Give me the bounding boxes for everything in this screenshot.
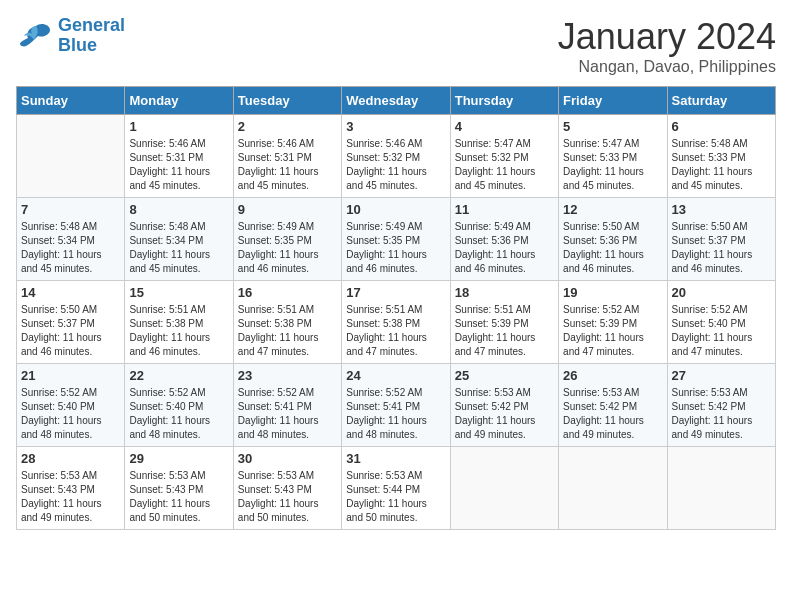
day-number: 25 <box>455 368 554 383</box>
day-info: Sunrise: 5:46 AM Sunset: 5:32 PM Dayligh… <box>346 137 445 193</box>
day-number: 15 <box>129 285 228 300</box>
calendar-cell: 25Sunrise: 5:53 AM Sunset: 5:42 PM Dayli… <box>450 364 558 447</box>
day-info: Sunrise: 5:46 AM Sunset: 5:31 PM Dayligh… <box>129 137 228 193</box>
day-info: Sunrise: 5:52 AM Sunset: 5:40 PM Dayligh… <box>21 386 120 442</box>
day-info: Sunrise: 5:50 AM Sunset: 5:36 PM Dayligh… <box>563 220 662 276</box>
day-info: Sunrise: 5:53 AM Sunset: 5:44 PM Dayligh… <box>346 469 445 525</box>
logo: General Blue <box>16 16 125 56</box>
day-info: Sunrise: 5:48 AM Sunset: 5:34 PM Dayligh… <box>21 220 120 276</box>
calendar-cell: 29Sunrise: 5:53 AM Sunset: 5:43 PM Dayli… <box>125 447 233 530</box>
day-info: Sunrise: 5:53 AM Sunset: 5:42 PM Dayligh… <box>672 386 771 442</box>
calendar-cell: 10Sunrise: 5:49 AM Sunset: 5:35 PM Dayli… <box>342 198 450 281</box>
day-number: 19 <box>563 285 662 300</box>
calendar-cell: 26Sunrise: 5:53 AM Sunset: 5:42 PM Dayli… <box>559 364 667 447</box>
calendar-cell: 16Sunrise: 5:51 AM Sunset: 5:38 PM Dayli… <box>233 281 341 364</box>
day-number: 10 <box>346 202 445 217</box>
day-info: Sunrise: 5:49 AM Sunset: 5:36 PM Dayligh… <box>455 220 554 276</box>
day-number: 1 <box>129 119 228 134</box>
header-monday: Monday <box>125 87 233 115</box>
day-number: 28 <box>21 451 120 466</box>
day-number: 31 <box>346 451 445 466</box>
day-info: Sunrise: 5:50 AM Sunset: 5:37 PM Dayligh… <box>672 220 771 276</box>
calendar-cell: 2Sunrise: 5:46 AM Sunset: 5:31 PM Daylig… <box>233 115 341 198</box>
day-number: 20 <box>672 285 771 300</box>
day-number: 11 <box>455 202 554 217</box>
calendar-cell: 30Sunrise: 5:53 AM Sunset: 5:43 PM Dayli… <box>233 447 341 530</box>
calendar-cell: 22Sunrise: 5:52 AM Sunset: 5:40 PM Dayli… <box>125 364 233 447</box>
calendar-cell <box>667 447 775 530</box>
day-number: 6 <box>672 119 771 134</box>
day-number: 22 <box>129 368 228 383</box>
page-header: General Blue January 2024 Nangan, Davao,… <box>16 16 776 76</box>
calendar-cell: 28Sunrise: 5:53 AM Sunset: 5:43 PM Dayli… <box>17 447 125 530</box>
calendar-header-row: SundayMondayTuesdayWednesdayThursdayFrid… <box>17 87 776 115</box>
day-info: Sunrise: 5:48 AM Sunset: 5:33 PM Dayligh… <box>672 137 771 193</box>
day-number: 24 <box>346 368 445 383</box>
header-tuesday: Tuesday <box>233 87 341 115</box>
day-number: 30 <box>238 451 337 466</box>
calendar-week-3: 14Sunrise: 5:50 AM Sunset: 5:37 PM Dayli… <box>17 281 776 364</box>
day-number: 4 <box>455 119 554 134</box>
day-info: Sunrise: 5:53 AM Sunset: 5:42 PM Dayligh… <box>455 386 554 442</box>
calendar-cell: 3Sunrise: 5:46 AM Sunset: 5:32 PM Daylig… <box>342 115 450 198</box>
day-info: Sunrise: 5:46 AM Sunset: 5:31 PM Dayligh… <box>238 137 337 193</box>
day-info: Sunrise: 5:48 AM Sunset: 5:34 PM Dayligh… <box>129 220 228 276</box>
header-saturday: Saturday <box>667 87 775 115</box>
calendar-cell: 1Sunrise: 5:46 AM Sunset: 5:31 PM Daylig… <box>125 115 233 198</box>
calendar-cell: 17Sunrise: 5:51 AM Sunset: 5:38 PM Dayli… <box>342 281 450 364</box>
day-number: 3 <box>346 119 445 134</box>
day-number: 2 <box>238 119 337 134</box>
day-info: Sunrise: 5:52 AM Sunset: 5:41 PM Dayligh… <box>346 386 445 442</box>
calendar-cell: 18Sunrise: 5:51 AM Sunset: 5:39 PM Dayli… <box>450 281 558 364</box>
day-number: 14 <box>21 285 120 300</box>
calendar-cell: 7Sunrise: 5:48 AM Sunset: 5:34 PM Daylig… <box>17 198 125 281</box>
day-info: Sunrise: 5:51 AM Sunset: 5:38 PM Dayligh… <box>238 303 337 359</box>
title-block: January 2024 Nangan, Davao, Philippines <box>558 16 776 76</box>
calendar-cell: 11Sunrise: 5:49 AM Sunset: 5:36 PM Dayli… <box>450 198 558 281</box>
day-info: Sunrise: 5:53 AM Sunset: 5:42 PM Dayligh… <box>563 386 662 442</box>
calendar-week-2: 7Sunrise: 5:48 AM Sunset: 5:34 PM Daylig… <box>17 198 776 281</box>
day-number: 13 <box>672 202 771 217</box>
calendar-cell <box>17 115 125 198</box>
day-info: Sunrise: 5:52 AM Sunset: 5:39 PM Dayligh… <box>563 303 662 359</box>
calendar-week-1: 1Sunrise: 5:46 AM Sunset: 5:31 PM Daylig… <box>17 115 776 198</box>
calendar-cell: 9Sunrise: 5:49 AM Sunset: 5:35 PM Daylig… <box>233 198 341 281</box>
calendar-cell: 21Sunrise: 5:52 AM Sunset: 5:40 PM Dayli… <box>17 364 125 447</box>
day-info: Sunrise: 5:52 AM Sunset: 5:40 PM Dayligh… <box>672 303 771 359</box>
day-number: 8 <box>129 202 228 217</box>
calendar-cell: 12Sunrise: 5:50 AM Sunset: 5:36 PM Dayli… <box>559 198 667 281</box>
day-info: Sunrise: 5:49 AM Sunset: 5:35 PM Dayligh… <box>346 220 445 276</box>
day-number: 16 <box>238 285 337 300</box>
calendar-week-4: 21Sunrise: 5:52 AM Sunset: 5:40 PM Dayli… <box>17 364 776 447</box>
day-info: Sunrise: 5:47 AM Sunset: 5:33 PM Dayligh… <box>563 137 662 193</box>
header-wednesday: Wednesday <box>342 87 450 115</box>
calendar-cell: 24Sunrise: 5:52 AM Sunset: 5:41 PM Dayli… <box>342 364 450 447</box>
day-number: 9 <box>238 202 337 217</box>
calendar-cell <box>559 447 667 530</box>
day-number: 26 <box>563 368 662 383</box>
day-info: Sunrise: 5:53 AM Sunset: 5:43 PM Dayligh… <box>238 469 337 525</box>
day-number: 23 <box>238 368 337 383</box>
day-number: 12 <box>563 202 662 217</box>
calendar-cell: 4Sunrise: 5:47 AM Sunset: 5:32 PM Daylig… <box>450 115 558 198</box>
month-title: January 2024 <box>558 16 776 58</box>
calendar-week-5: 28Sunrise: 5:53 AM Sunset: 5:43 PM Dayli… <box>17 447 776 530</box>
day-info: Sunrise: 5:49 AM Sunset: 5:35 PM Dayligh… <box>238 220 337 276</box>
calendar-table: SundayMondayTuesdayWednesdayThursdayFrid… <box>16 86 776 530</box>
logo-icon <box>16 22 52 50</box>
logo-text: General Blue <box>58 16 125 56</box>
day-info: Sunrise: 5:51 AM Sunset: 5:38 PM Dayligh… <box>346 303 445 359</box>
calendar-cell: 23Sunrise: 5:52 AM Sunset: 5:41 PM Dayli… <box>233 364 341 447</box>
day-number: 17 <box>346 285 445 300</box>
header-sunday: Sunday <box>17 87 125 115</box>
day-number: 5 <box>563 119 662 134</box>
calendar-cell: 5Sunrise: 5:47 AM Sunset: 5:33 PM Daylig… <box>559 115 667 198</box>
calendar-cell: 8Sunrise: 5:48 AM Sunset: 5:34 PM Daylig… <box>125 198 233 281</box>
calendar-cell: 6Sunrise: 5:48 AM Sunset: 5:33 PM Daylig… <box>667 115 775 198</box>
day-number: 18 <box>455 285 554 300</box>
day-info: Sunrise: 5:52 AM Sunset: 5:40 PM Dayligh… <box>129 386 228 442</box>
calendar-cell: 31Sunrise: 5:53 AM Sunset: 5:44 PM Dayli… <box>342 447 450 530</box>
calendar-cell: 20Sunrise: 5:52 AM Sunset: 5:40 PM Dayli… <box>667 281 775 364</box>
day-number: 7 <box>21 202 120 217</box>
calendar-cell: 14Sunrise: 5:50 AM Sunset: 5:37 PM Dayli… <box>17 281 125 364</box>
